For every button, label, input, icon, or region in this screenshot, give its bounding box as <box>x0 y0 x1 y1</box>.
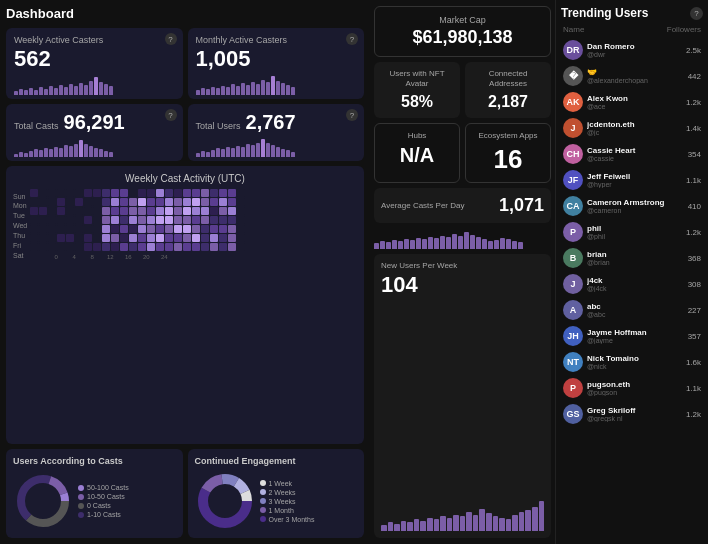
market-cap-value: $61,980,138 <box>383 27 542 48</box>
info-badge-casts[interactable]: ? <box>165 109 177 121</box>
users-casts-donut: 50-100 Casts 10-50 Casts 0 Casts 1- <box>13 471 176 531</box>
right-panel: Trending Users ? Name Followers DR Dan R… <box>555 0 708 544</box>
user-info: brian @brian_ <box>587 250 684 266</box>
total-casts-label: Total Casts <box>14 121 59 131</box>
heatmap-cell <box>129 225 137 233</box>
left-panel: Dashboard ? Weekly Active Casters 562 ? … <box>0 0 370 544</box>
heatmap-cell <box>48 189 56 197</box>
list-item[interactable]: J j4ck @j4ck 308 <box>561 272 703 296</box>
new-users-value: 104 <box>381 272 544 298</box>
heatmap-cell <box>129 207 137 215</box>
heatmap-cell <box>102 207 110 215</box>
user-info: Jeff Feiwell @hyper <box>587 172 682 188</box>
user-name: Cassie Heart <box>587 146 684 155</box>
heatmap-cell <box>210 216 218 224</box>
list-item[interactable]: CH Cassie Heart @cassie 354 <box>561 142 703 166</box>
market-cap-label: Market Cap <box>383 15 542 25</box>
heatmap-cell <box>111 243 119 251</box>
heatmap-cell <box>147 216 155 224</box>
heatmap-cell <box>210 234 218 242</box>
list-item[interactable]: JH Jayme Hoffman @jayme 357 <box>561 324 703 348</box>
heatmap-cell <box>39 198 47 206</box>
info-badge-weekly[interactable]: ? <box>165 33 177 45</box>
avatar: CH <box>563 144 583 164</box>
heatmap-cell <box>210 243 218 251</box>
total-casts-chart <box>14 137 175 157</box>
heatmap-cell <box>174 243 182 251</box>
heatmap-container: Sun Mon Tue Wed Thu Fri Sat 0 4 8 <box>13 189 357 260</box>
user-handle: @brian_ <box>587 259 684 266</box>
heatmap-cell <box>57 207 65 215</box>
heatmap-cell <box>156 234 164 242</box>
list-item[interactable]: P pugson.eth @pugson 1.1k <box>561 376 703 400</box>
user-handle: @hyper <box>587 181 682 188</box>
heatmap-cell <box>93 198 101 206</box>
list-item[interactable]: AK Alex Kwon @ace 1.2k <box>561 90 703 114</box>
heatmap-cell <box>219 189 227 197</box>
heatmap-cell <box>165 225 173 233</box>
heatmap-cell <box>201 234 209 242</box>
heatmap-cell <box>165 189 173 197</box>
user-followers: 442 <box>688 72 701 81</box>
list-item[interactable]: A abc @abc 227 <box>561 298 703 322</box>
dashboard-title: Dashboard <box>6 6 364 21</box>
list-item[interactable]: P phil @phil 1.2k <box>561 220 703 244</box>
list-item[interactable]: NT Nick Tomaino @nick 1.6k <box>561 350 703 374</box>
heatmap-title: Weekly Cast Activity (UTC) <box>13 173 357 184</box>
avatar: B <box>563 248 583 268</box>
heatmap-cell <box>228 207 236 215</box>
legend-dot-50-100 <box>78 485 84 491</box>
heatmap-cell <box>174 207 182 215</box>
hubs-label: Hubs <box>381 131 453 141</box>
heatmap-cell <box>165 234 173 242</box>
heatmap-cell <box>111 207 119 215</box>
avatar: JH <box>563 326 583 346</box>
list-item[interactable]: GS Greg Skriloff @gregsk nl 1.2k <box>561 402 703 426</box>
heatmap-cell <box>156 225 164 233</box>
heatmap-cell <box>30 198 38 206</box>
info-badge-users[interactable]: ? <box>346 109 358 121</box>
user-name: abc <box>587 302 684 311</box>
heatmap-cell <box>57 243 65 251</box>
mid-grid-top: Users with NFT Avatar 58% Connected Addr… <box>374 62 551 118</box>
user-name: Dan Romero <box>587 42 682 51</box>
heatmap-cell <box>84 189 92 197</box>
heatmap-row <box>30 189 357 197</box>
heatmap-cell <box>30 189 38 197</box>
user-followers: 368 <box>688 254 701 263</box>
weekly-active-label: Weekly Active Casters <box>14 35 175 45</box>
avatar: JF <box>563 170 583 190</box>
trending-info-badge[interactable]: ? <box>690 7 703 20</box>
heatmap-cell <box>165 207 173 215</box>
monthly-active-label: Monthly Active Casters <box>196 35 357 45</box>
user-followers: 1.2k <box>686 228 701 237</box>
hubs-card: Hubs N/A <box>374 123 460 183</box>
heatmap-cell <box>102 198 110 206</box>
heatmap-cell <box>66 225 74 233</box>
heatmap-cell <box>111 216 119 224</box>
list-item[interactable]: B brian @brian_ 368 <box>561 246 703 270</box>
weekly-active-value: 562 <box>14 47 175 71</box>
heatmap-cell <box>84 234 92 242</box>
legend-dot-0 <box>78 503 84 509</box>
heatmap-cell <box>66 216 74 224</box>
list-item[interactable]: CA Cameron Armstrong @cameron 410 <box>561 194 703 218</box>
info-badge-monthly[interactable]: ? <box>346 33 358 45</box>
heatmap-cell <box>39 234 47 242</box>
user-handle: @phil <box>587 233 682 240</box>
user-handle: @abc <box>587 311 684 318</box>
user-handle: @pugson <box>587 389 682 396</box>
user-handle: @jc <box>587 129 682 136</box>
list-item[interactable]: DR Dan Romero @dwr 2.5k <box>561 38 703 62</box>
heatmap-cell <box>228 216 236 224</box>
avatar: J <box>563 118 583 138</box>
user-info: pugson.eth @pugson <box>587 380 682 396</box>
heatmap-cell <box>120 216 128 224</box>
avatar: AK <box>563 92 583 112</box>
heatmap-cell <box>102 243 110 251</box>
heatmap-cell <box>138 216 146 224</box>
list-item[interactable]: J jcdenton.eth @jc 1.4k <box>561 116 703 140</box>
list-item[interactable]: � 🤝 @alexanderchopan 442 <box>561 64 703 88</box>
list-item[interactable]: JF Jeff Feiwell @hyper 1.1k <box>561 168 703 192</box>
legend-1-10: 1-10 Casts <box>78 511 129 518</box>
